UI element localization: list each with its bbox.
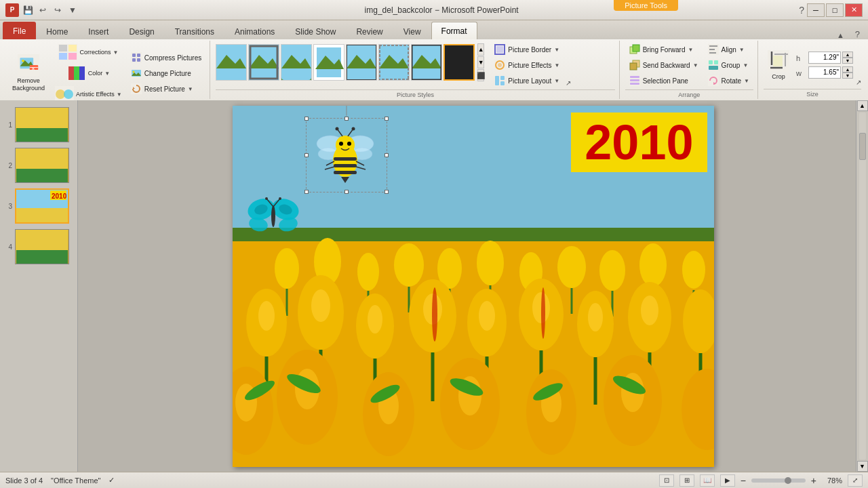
slideshow-btn[interactable]: ▶ — [720, 474, 735, 487]
height-input[interactable] — [808, 52, 841, 64]
svg-rect-64 — [630, 79, 639, 81]
pic-style-4[interactable] — [313, 44, 344, 81]
svg-rect-182 — [334, 157, 357, 161]
pic-style-2[interactable] — [248, 44, 279, 81]
scroll-track-v — [859, 113, 866, 460]
bee-image — [311, 123, 379, 184]
butterfly-image[interactable] — [246, 190, 300, 245]
svg-rect-85 — [16, 128, 68, 142]
redo-btn[interactable]: ↪ — [52, 4, 64, 16]
pic-style-6[interactable] — [378, 44, 410, 81]
slide-thumb-1[interactable]: 1 — [3, 106, 75, 144]
svg-point-186 — [339, 142, 343, 146]
tab-insert[interactable]: Insert — [78, 23, 119, 39]
height-up-btn[interactable]: ▲ — [842, 52, 853, 58]
help-icon[interactable]: ? — [799, 5, 804, 16]
slide-sorter-btn[interactable]: ⊞ — [679, 474, 694, 487]
svg-rect-9 — [68, 45, 77, 52]
handle-br[interactable] — [384, 190, 389, 194]
svg-point-107 — [682, 251, 705, 289]
pic-style-1[interactable] — [216, 44, 247, 81]
height-down-btn[interactable]: ▼ — [842, 58, 853, 64]
size-expand[interactable]: ↗ — [856, 79, 861, 86]
handle-mr[interactable] — [384, 153, 389, 157]
slide-thumb-2[interactable]: 2 — [3, 146, 75, 184]
group-btn[interactable]: Group ▼ — [704, 58, 753, 73]
tab-slideshow[interactable]: Slide Show — [285, 23, 346, 39]
tab-view[interactable]: View — [393, 23, 431, 39]
zoom-thumb[interactable] — [785, 477, 791, 484]
handle-ml[interactable] — [304, 153, 309, 157]
normal-view-btn[interactable]: ⊡ — [659, 474, 674, 487]
reading-view-btn[interactable]: 📖 — [700, 474, 715, 487]
undo-btn[interactable]: ↩ — [37, 4, 49, 16]
qa-more[interactable]: ▼ — [66, 4, 79, 16]
compress-pictures-btn[interactable]: Compress Pictures — [127, 50, 205, 65]
handle-bl[interactable] — [304, 190, 309, 194]
reset-picture-btn[interactable]: Reset Picture ▼ — [127, 81, 205, 96]
picture-border-btn[interactable]: Picture Border ▼ — [490, 42, 564, 57]
svg-point-137 — [541, 287, 545, 339]
remove-background-btn[interactable]: ✕ Remove Background — [7, 52, 50, 95]
maximize-btn[interactable]: □ — [826, 3, 844, 17]
close-btn[interactable]: ✕ — [845, 3, 863, 17]
picture-effects-btn[interactable]: Picture Effects ▼ — [490, 58, 564, 73]
fit-window-btn[interactable]: ⤢ — [848, 474, 863, 487]
tab-animations[interactable]: Animations — [224, 23, 285, 39]
width-down-btn[interactable]: ▼ — [842, 73, 853, 79]
tab-home[interactable]: Home — [36, 23, 78, 39]
scroll-up-btn[interactable]: ▲ — [857, 100, 868, 111]
crop-btn[interactable]: Crop — [764, 47, 793, 83]
handle-tm[interactable] — [344, 117, 349, 121]
styles-up-btn[interactable]: ▲ — [477, 43, 484, 56]
tab-format[interactable]: Format — [431, 22, 477, 39]
handle-tl[interactable] — [304, 117, 309, 121]
pic-style-selected[interactable] — [443, 44, 475, 81]
svg-marker-192 — [341, 177, 349, 183]
svg-point-172 — [271, 205, 275, 227]
slide-thumb-3[interactable]: 3 2010 — [3, 187, 75, 225]
handle-tr[interactable] — [384, 117, 389, 121]
zoom-slider[interactable] — [751, 479, 806, 483]
svg-rect-63 — [630, 76, 639, 78]
scroll-down-btn[interactable]: ▼ — [857, 461, 868, 472]
tab-file[interactable]: File — [3, 22, 36, 39]
bee-container[interactable] — [306, 118, 387, 192]
ribbon-collapse-btn[interactable]: ▲ — [831, 31, 850, 39]
minimize-btn[interactable]: ─ — [807, 3, 825, 17]
rotate-btn[interactable]: Rotate ▼ — [704, 73, 753, 88]
tab-transitions[interactable]: Transitions — [165, 23, 224, 39]
bring-forward-btn[interactable]: Bring Forward ▼ — [625, 42, 703, 57]
styles-down-btn[interactable]: ▼ — [477, 56, 484, 68]
send-backward-btn[interactable]: Send Backward ▼ — [625, 58, 703, 73]
svg-rect-21 — [137, 54, 140, 57]
width-input[interactable] — [808, 66, 841, 79]
save-btn[interactable]: 💾 — [22, 4, 34, 16]
styles-more-btn[interactable]: ⬛ — [477, 69, 484, 81]
svg-rect-81 — [773, 56, 783, 66]
change-picture-btn[interactable]: Change Picture — [127, 66, 205, 81]
color-btn[interactable]: Color ▼ — [52, 63, 125, 83]
picture-layout-btn[interactable]: Picture Layout ▼ — [490, 73, 564, 88]
help-ribbon-btn[interactable]: ? — [850, 29, 865, 39]
handle-bm[interactable] — [344, 190, 349, 194]
slide-thumb-4[interactable]: 4 — [3, 228, 75, 266]
selection-pane-btn[interactable]: Selection Pane — [625, 73, 703, 88]
svg-rect-72 — [714, 60, 718, 64]
picture-styles-expand[interactable]: ↗ — [566, 79, 571, 87]
svg-line-194 — [325, 167, 334, 169]
svg-point-18 — [64, 89, 73, 99]
align-btn[interactable]: Align ▼ — [704, 42, 753, 57]
corrections-btn[interactable]: Corrections ▼ — [52, 42, 125, 62]
tab-design[interactable]: Design — [119, 23, 164, 39]
zoom-in-btn[interactable]: + — [811, 475, 816, 486]
spell-check-icon[interactable]: ✓ — [108, 476, 115, 485]
tab-review[interactable]: Review — [346, 23, 393, 39]
width-up-btn[interactable]: ▲ — [842, 66, 853, 73]
svg-rect-20 — [132, 54, 136, 57]
zoom-out-btn[interactable]: − — [741, 475, 746, 486]
pic-style-7[interactable] — [411, 44, 442, 81]
pic-style-3[interactable] — [281, 44, 312, 81]
scroll-thumb-v[interactable] — [859, 133, 866, 160]
pic-style-5[interactable] — [346, 44, 377, 81]
